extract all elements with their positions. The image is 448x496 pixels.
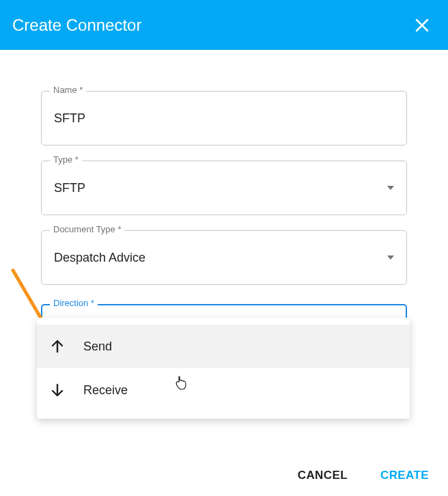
direction-option-send-label: Send bbox=[83, 340, 112, 354]
arrow-down-icon bbox=[49, 382, 83, 398]
chevron-down-icon bbox=[387, 186, 394, 190]
cancel-button[interactable]: CANCEL bbox=[291, 463, 354, 488]
arrow-up-icon bbox=[49, 338, 83, 355]
document-type-select[interactable]: Despatch Advice bbox=[41, 230, 407, 285]
direction-dropdown: Send Receive bbox=[37, 318, 410, 419]
type-select[interactable]: SFTP bbox=[41, 161, 407, 215]
document-type-label: Document Type * bbox=[50, 224, 124, 234]
dialog-body: Name * Type * SFTP Document Type * Despa… bbox=[0, 50, 448, 386]
direction-field: Direction * Send bbox=[41, 304, 407, 359]
dialog-title: Create Connector bbox=[12, 16, 141, 35]
direction-option-receive-label: Receive bbox=[83, 383, 128, 398]
name-field: Name * bbox=[41, 91, 407, 146]
create-button[interactable]: CREATE bbox=[374, 463, 436, 488]
close-button[interactable] bbox=[408, 12, 436, 39]
chevron-down-icon bbox=[387, 256, 394, 260]
name-input[interactable] bbox=[54, 111, 394, 126]
dialog-buttons: CANCEL CREATE bbox=[291, 463, 436, 488]
direction-option-receive[interactable]: Receive bbox=[37, 368, 410, 412]
close-icon bbox=[414, 17, 430, 33]
name-input-wrap[interactable] bbox=[41, 91, 407, 146]
type-label: Type * bbox=[50, 154, 82, 165]
direction-label: Direction * bbox=[50, 298, 98, 308]
direction-option-send[interactable]: Send bbox=[37, 325, 410, 368]
name-label: Name * bbox=[50, 85, 86, 95]
document-type-value: Despatch Advice bbox=[54, 251, 145, 265]
dialog-header: Create Connector bbox=[0, 0, 448, 50]
type-value: SFTP bbox=[54, 181, 85, 195]
document-type-field: Document Type * Despatch Advice bbox=[41, 230, 407, 285]
type-field: Type * SFTP bbox=[41, 161, 407, 215]
